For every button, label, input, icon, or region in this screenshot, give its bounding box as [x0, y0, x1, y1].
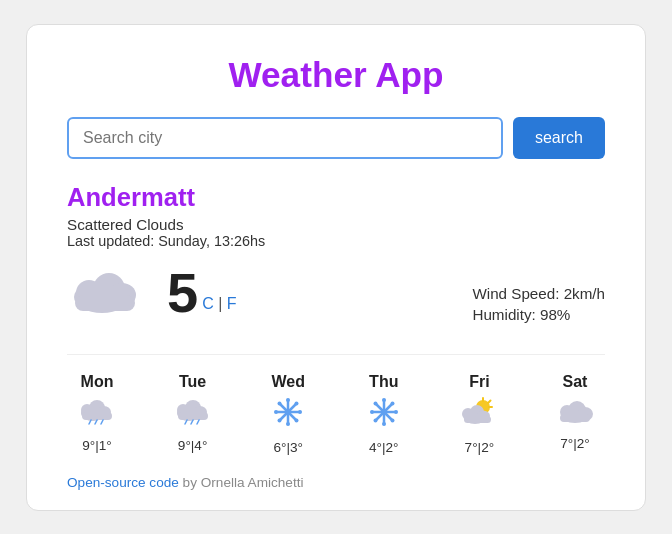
day-temps: 4°|2°	[369, 440, 399, 455]
forecast-day: Thu 4°|2°	[354, 373, 414, 455]
day-icon-cloud-rain	[79, 397, 115, 432]
temperature-units: C | F	[202, 295, 236, 313]
svg-rect-53	[464, 416, 491, 423]
svg-rect-17	[178, 412, 208, 420]
app-title: Weather App	[67, 55, 605, 95]
svg-rect-9	[82, 412, 112, 420]
open-source-link[interactable]: Open-source code	[67, 475, 179, 490]
day-label: Tue	[179, 373, 206, 391]
wind-speed: Wind Speed: 2km/h	[472, 285, 605, 302]
svg-point-40	[394, 410, 398, 414]
day-icon-snow	[369, 397, 399, 434]
weather-card: Weather App search Andermatt Scattered C…	[26, 24, 646, 511]
weather-description: Scattered Clouds	[67, 216, 605, 233]
svg-point-42	[390, 418, 394, 422]
day-temps: 9°|4°	[178, 438, 208, 453]
svg-point-41	[373, 401, 377, 405]
svg-point-43	[373, 418, 377, 422]
svg-rect-4	[75, 295, 135, 311]
city-name: Andermatt	[67, 183, 605, 212]
svg-line-20	[197, 420, 199, 424]
footer-suffix: by Ornella Amichetti	[179, 475, 304, 490]
day-icon-cloud-small	[557, 397, 593, 430]
day-icon-snow	[273, 397, 303, 434]
footer: Open-source code by Ornella Amichetti	[67, 475, 605, 490]
svg-line-12	[101, 420, 103, 424]
day-temps: 6°|3°	[273, 440, 303, 455]
cloud-icon	[67, 265, 147, 324]
svg-point-27	[274, 410, 278, 414]
svg-rect-58	[560, 414, 590, 422]
day-temps: 7°|2°	[465, 440, 495, 455]
svg-point-38	[382, 422, 386, 426]
day-temps: 7°|2°	[560, 436, 590, 451]
forecast-day: Fri 7°|2°	[449, 373, 509, 455]
day-temps: 9°|1°	[82, 438, 112, 453]
svg-point-37	[382, 398, 386, 402]
day-icon-cloud-rain	[175, 397, 211, 432]
svg-point-39	[370, 410, 374, 414]
search-button[interactable]: search	[513, 117, 605, 159]
search-input[interactable]	[67, 117, 503, 159]
day-icon-partly-sunny	[461, 397, 497, 434]
forecast-day: Sat 7°|2°	[545, 373, 605, 455]
svg-line-47	[489, 400, 491, 402]
svg-point-32	[295, 401, 299, 405]
day-label: Sat	[563, 373, 588, 391]
humidity: Humidity: 98%	[472, 306, 605, 323]
forecast-day: Wed 6°|3°	[258, 373, 318, 455]
weather-main: 5 C | F Wind Speed: 2km/h Humidity: 98%	[67, 265, 605, 324]
last-updated: Last updated: Sunday, 13:26hs	[67, 233, 605, 249]
wind-humidity-section: Wind Speed: 2km/h Humidity: 98%	[472, 265, 605, 323]
svg-point-28	[298, 410, 302, 414]
forecast-section: Mon 9°|1° Tue	[67, 354, 605, 455]
svg-point-26	[286, 422, 290, 426]
svg-point-29	[278, 401, 282, 405]
svg-point-25	[286, 398, 290, 402]
temperature-value: 5	[167, 265, 198, 321]
svg-point-44	[390, 401, 394, 405]
search-row: search	[67, 117, 605, 159]
svg-point-30	[295, 418, 299, 422]
temperature-section: 5 C | F	[167, 265, 237, 321]
forecast-day: Mon 9°|1°	[67, 373, 127, 455]
forecast-day: Tue 9°|4°	[163, 373, 223, 455]
forecast-row: Mon 9°|1° Tue	[67, 373, 605, 455]
day-label: Wed	[271, 373, 304, 391]
day-label: Fri	[469, 373, 489, 391]
day-label: Thu	[369, 373, 398, 391]
day-label: Mon	[81, 373, 114, 391]
svg-point-31	[278, 418, 282, 422]
